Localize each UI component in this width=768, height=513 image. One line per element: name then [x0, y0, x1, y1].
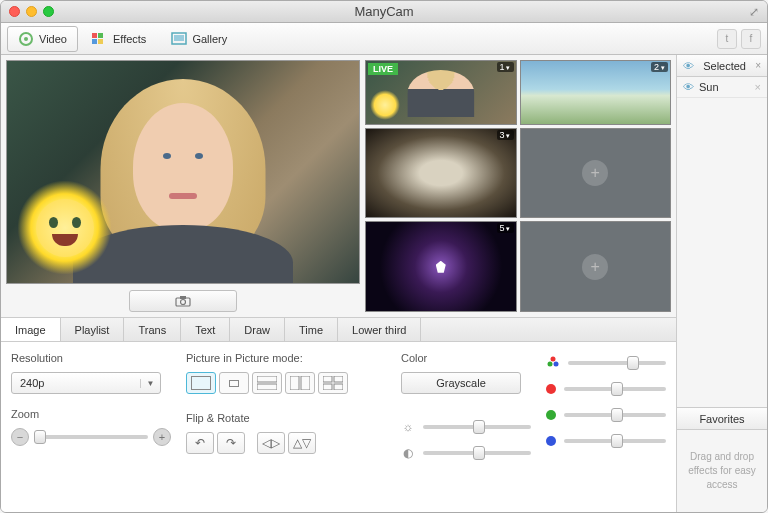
favorites-label: Favorites	[683, 413, 761, 425]
thumb-number[interactable]: 2	[651, 62, 668, 72]
svg-point-20	[548, 361, 553, 366]
tab-effects[interactable]: Effects	[81, 26, 157, 52]
thumb-number[interactable]: 1	[497, 62, 514, 72]
source-thumb-1[interactable]: LIVE 1	[365, 60, 517, 125]
tab-trans[interactable]: Trans	[124, 318, 181, 341]
resolution-label: Resolution	[11, 352, 171, 364]
source-thumb-4-empty[interactable]: +	[520, 128, 672, 219]
selected-label: Selected	[699, 60, 750, 72]
control-tabs: Image Playlist Trans Text Draw Time Lowe…	[1, 317, 676, 342]
zoom-slider[interactable]	[34, 435, 148, 439]
svg-rect-3	[98, 33, 103, 38]
svg-rect-18	[334, 384, 343, 390]
rotate-right-button[interactable]: ↷	[217, 432, 245, 454]
zoom-out-button[interactable]: −	[11, 428, 29, 446]
svg-point-1	[24, 37, 28, 41]
svg-point-19	[551, 356, 556, 361]
live-badge: LIVE	[368, 63, 398, 75]
rgb-icon	[546, 356, 560, 371]
svg-rect-11	[257, 376, 277, 382]
svg-rect-2	[92, 33, 97, 38]
tab-gallery[interactable]: Gallery	[160, 26, 238, 52]
tab-lower-third[interactable]: Lower third	[338, 318, 421, 341]
svg-rect-14	[301, 376, 310, 390]
contrast-icon: ◐	[401, 446, 415, 460]
tab-draw[interactable]: Draw	[230, 318, 285, 341]
svg-point-21	[554, 361, 559, 366]
svg-rect-15	[323, 376, 332, 382]
svg-rect-16	[334, 376, 343, 382]
brightness-icon: ☼	[401, 420, 415, 434]
camera-icon	[175, 295, 191, 307]
tab-time[interactable]: Time	[285, 318, 338, 341]
source-thumb-5[interactable]: 5	[365, 221, 517, 312]
effect-item-sun[interactable]: 👁 Sun ×	[677, 77, 767, 98]
red-slider[interactable]	[564, 387, 666, 391]
rotate-left-button[interactable]: ↶	[186, 432, 214, 454]
selected-panel-header: 👁 Selected ×	[677, 55, 767, 77]
contrast-slider[interactable]	[423, 451, 531, 455]
blue-icon	[546, 436, 556, 446]
tab-image[interactable]: Image	[1, 318, 61, 341]
flip-horizontal-button[interactable]: ◁▷	[257, 432, 285, 454]
favorites-hint: Drag and drop effects for easy access	[677, 430, 767, 512]
add-icon: +	[582, 160, 608, 186]
titlebar: ManyCam ⤢	[1, 1, 767, 23]
tab-gallery-label: Gallery	[192, 33, 227, 45]
svg-point-9	[181, 300, 186, 305]
facebook-button[interactable]: f	[741, 29, 761, 49]
resolution-select[interactable]: 240p ▼	[11, 372, 161, 394]
flip-label: Flip & Rotate	[186, 412, 386, 424]
video-icon	[18, 31, 34, 47]
add-icon: +	[582, 254, 608, 280]
green-slider[interactable]	[564, 413, 666, 417]
svg-rect-4	[92, 39, 97, 44]
eye-icon[interactable]: 👁	[683, 81, 694, 93]
effect-name: Sun	[699, 81, 719, 93]
favorites-panel-header[interactable]: Favorites	[677, 408, 767, 430]
pip-option-rows[interactable]	[252, 372, 282, 394]
source-thumb-2[interactable]: 2	[520, 60, 672, 125]
tab-video-label: Video	[39, 33, 67, 45]
red-icon	[546, 384, 556, 394]
thumb-number[interactable]: 3	[497, 130, 514, 140]
main-toolbar: Video Effects Gallery t f	[1, 23, 767, 55]
rgb-slider[interactable]	[568, 361, 666, 365]
tab-playlist[interactable]: Playlist	[61, 318, 125, 341]
twitter-button[interactable]: t	[717, 29, 737, 49]
grayscale-button[interactable]: Grayscale	[401, 372, 521, 394]
sun-effect-overlay	[17, 180, 112, 275]
tab-video[interactable]: Video	[7, 26, 78, 52]
svg-rect-17	[323, 384, 332, 390]
pip-option-grid[interactable]	[318, 372, 348, 394]
gallery-icon	[171, 31, 187, 47]
blue-slider[interactable]	[564, 439, 666, 443]
pip-option-small[interactable]	[219, 372, 249, 394]
svg-rect-7	[174, 35, 184, 41]
close-icon[interactable]: ×	[755, 60, 761, 71]
capture-button[interactable]	[129, 290, 237, 312]
svg-rect-12	[257, 384, 277, 390]
source-thumb-6-empty[interactable]: +	[520, 221, 672, 312]
svg-rect-10	[180, 296, 186, 299]
pip-label: Picture in Picture mode:	[186, 352, 386, 364]
svg-rect-5	[98, 39, 103, 44]
thumb-number[interactable]: 5	[497, 223, 514, 233]
brightness-slider[interactable]	[423, 425, 531, 429]
remove-icon[interactable]: ×	[755, 81, 761, 93]
zoom-in-button[interactable]: +	[153, 428, 171, 446]
pip-option-cols[interactable]	[285, 372, 315, 394]
color-label: Color	[401, 352, 531, 364]
pip-option-full[interactable]	[186, 372, 216, 394]
fullscreen-icon[interactable]: ⤢	[749, 5, 759, 19]
zoom-label: Zoom	[11, 408, 171, 420]
tab-text[interactable]: Text	[181, 318, 230, 341]
resolution-value: 240p	[12, 377, 140, 389]
effects-icon	[92, 31, 108, 47]
source-thumb-3[interactable]: 3	[365, 128, 517, 219]
eye-icon[interactable]: 👁	[683, 60, 694, 72]
flip-vertical-button[interactable]: △▽	[288, 432, 316, 454]
green-icon	[546, 410, 556, 420]
main-video-preview[interactable]	[6, 60, 360, 284]
svg-rect-13	[290, 376, 299, 390]
